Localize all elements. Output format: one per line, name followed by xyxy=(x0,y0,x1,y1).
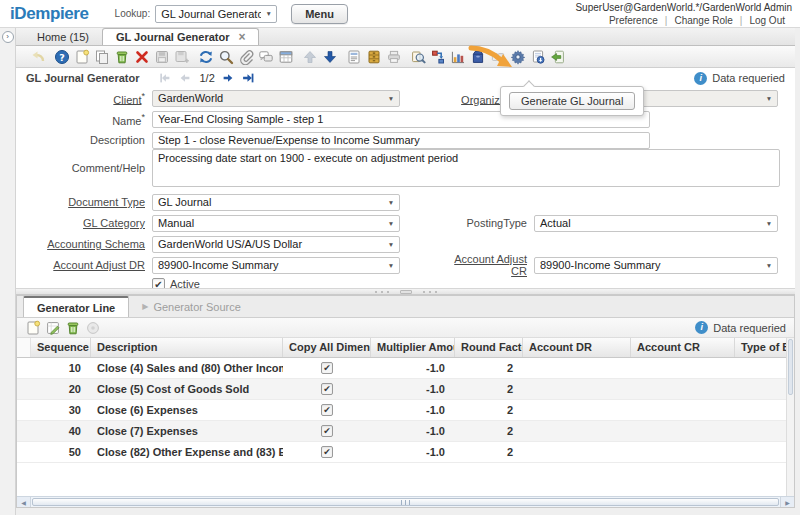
scroll-left-arrow[interactable]: ◀ xyxy=(17,497,31,507)
account-adjust-dr-select[interactable]: 89900-Income Summary ▼ xyxy=(152,257,400,274)
print-button xyxy=(384,47,403,66)
table-row[interactable]: 40Close (7) Expenses✔-1.02 xyxy=(17,421,786,442)
next-record-button[interactable] xyxy=(219,70,237,86)
account-adjust-cr-label-link[interactable]: Account Adjust CR xyxy=(454,253,527,277)
cell-copy_all_dimensions: ✔ xyxy=(283,446,371,458)
delete-selection-button[interactable] xyxy=(132,47,151,66)
last-record-button[interactable] xyxy=(239,70,257,86)
chevron-down-icon[interactable]: ▼ xyxy=(383,258,399,273)
copy-all-dimensions-checkbox[interactable]: ✔ xyxy=(321,425,333,437)
workflow-button[interactable] xyxy=(428,47,447,66)
copy-all-dimensions-checkbox[interactable]: ✔ xyxy=(321,446,333,458)
find-button[interactable] xyxy=(216,47,235,66)
chevron-down-icon[interactable]: ▼ xyxy=(761,258,777,273)
accounting-schema-label-link[interactable]: Accounting Schema xyxy=(47,238,145,250)
log-out-link[interactable]: Log Out xyxy=(742,15,792,26)
delete-record-button[interactable] xyxy=(112,47,131,66)
column-header-round_factor[interactable]: Round Factor xyxy=(455,338,523,357)
chart-button[interactable] xyxy=(448,47,467,66)
accounting-schema-label: Accounting Schema xyxy=(40,238,152,250)
cell-multiplier_amount: -1.0 xyxy=(371,404,455,416)
table-row[interactable]: 30Close (6) Expenses✔-1.02 xyxy=(17,400,786,421)
client-row: Client* GardenWorld ▼ xyxy=(40,89,400,107)
client-label-link[interactable]: Client xyxy=(113,93,141,105)
chevron-down-icon[interactable]: ▼ xyxy=(383,237,399,252)
cell-copy_all_dimensions: ✔ xyxy=(283,362,371,374)
vertical-scrollbar-thumb[interactable] xyxy=(788,339,793,395)
preference-link[interactable]: Preference xyxy=(602,15,665,26)
chevron-down-icon[interactable]: ▼ xyxy=(383,216,399,231)
delete-line-button[interactable] xyxy=(63,318,82,337)
description-label-text: Description xyxy=(90,134,145,146)
table-row[interactable]: 50Close (82) Other Expense and (83) Expe… xyxy=(17,442,786,463)
close-icon[interactable]: × xyxy=(238,32,245,42)
toggle-grid-button[interactable] xyxy=(276,47,295,66)
vertical-scrollbar[interactable] xyxy=(786,338,794,496)
cell-multiplier_amount: -1.0 xyxy=(371,362,455,374)
report-button[interactable] xyxy=(344,47,363,66)
splitter-grip[interactable] xyxy=(400,290,412,294)
copy-all-dimensions-checkbox[interactable]: ✔ xyxy=(321,362,333,374)
copy-icon xyxy=(94,49,110,65)
lookup-combobox[interactable]: GL Journal Generator ▼ xyxy=(155,5,277,23)
column-header-sequence[interactable]: Sequence xyxy=(31,338,91,357)
gl-category-label-link[interactable]: GL Category xyxy=(83,217,145,229)
edit-line-button[interactable] xyxy=(43,318,62,337)
window-title: GL Journal Generator xyxy=(26,72,140,84)
cell-description: Close (4) Sales and (80) Other Income xyxy=(91,362,283,374)
column-header-multiplier_amount[interactable]: Multiplier Amount xyxy=(371,338,455,357)
copy-record-button[interactable] xyxy=(92,47,111,66)
account-adjust-dr-label-link[interactable]: Account Adjust DR xyxy=(53,259,145,271)
scroll-right-arrow[interactable]: ▶ xyxy=(780,497,794,507)
comment-textarea[interactable]: Processing date start on 1900 - execute … xyxy=(152,149,780,187)
save-create-icon xyxy=(174,49,190,65)
zoom-across-button[interactable] xyxy=(408,47,427,66)
new-record-button[interactable] xyxy=(72,47,91,66)
export-button[interactable] xyxy=(528,47,547,66)
column-header-copy_all_dimensions[interactable]: Copy All Dimensions xyxy=(283,338,371,357)
document-type-select[interactable]: GL Journal ▼ xyxy=(152,194,400,211)
table-row[interactable]: 10Close (4) Sales and (80) Other Income✔… xyxy=(17,358,786,379)
column-header-account_dr[interactable]: Account DR xyxy=(523,338,631,357)
copy-all-dimensions-checkbox[interactable]: ✔ xyxy=(321,404,333,416)
menu-button[interactable]: Menu xyxy=(291,4,348,24)
tab-gl-journal-generator[interactable]: GL Journal Generator × xyxy=(102,28,260,45)
horizontal-scrollbar[interactable]: ◀ ▶ xyxy=(17,496,794,507)
chevron-down-icon[interactable]: ▼ xyxy=(261,6,276,22)
detail-record-button[interactable] xyxy=(320,47,339,66)
tab-generator-line[interactable]: Generator Line xyxy=(23,296,129,317)
description-input[interactable]: Step 1 - close Revenue/Expense to Income… xyxy=(152,132,650,149)
document-type-value: GL Journal xyxy=(158,196,211,208)
splitter-handle[interactable] xyxy=(16,288,795,295)
grid-corner xyxy=(17,338,31,357)
change-role-link[interactable]: Change Role xyxy=(667,15,739,26)
chevron-down-icon[interactable]: ▼ xyxy=(383,195,399,210)
document-type-row: Document Type GL Journal ▼ xyxy=(40,193,400,211)
undo-icon xyxy=(30,49,46,65)
new-line-button[interactable] xyxy=(23,318,42,337)
archive-button[interactable] xyxy=(364,47,383,66)
copy-all-dimensions-checkbox[interactable]: ✔ xyxy=(321,383,333,395)
account-adjust-dr-row: Account Adjust DR 89900-Income Summary ▼ xyxy=(40,256,400,274)
tab-generator-source[interactable]: ▶ Generator Source xyxy=(129,296,254,317)
attachment-button[interactable] xyxy=(236,47,255,66)
column-header-account_cr[interactable]: Account CR xyxy=(631,338,735,357)
account-adjust-cr-select[interactable]: 89900-Income Summary ▼ xyxy=(534,257,778,274)
chat-button[interactable] xyxy=(256,47,275,66)
help-button[interactable]: ? xyxy=(52,47,71,66)
gl-category-select[interactable]: Manual ▼ xyxy=(152,215,400,232)
posting-type-select[interactable]: Actual ▼ xyxy=(534,215,778,232)
main-panel: Home (15) GL Journal Generator × ? Gener… xyxy=(16,28,795,508)
cell-sequence: 10 xyxy=(31,362,91,374)
chevron-down-icon[interactable]: ▼ xyxy=(761,216,777,231)
file-import-button[interactable] xyxy=(548,47,567,66)
table-row[interactable]: 20Close (5) Cost of Goods Sold✔-1.02 xyxy=(17,379,786,400)
expand-panel-button[interactable]: › xyxy=(2,31,14,43)
document-type-label-link[interactable]: Document Type xyxy=(68,196,145,208)
horizontal-scrollbar-thumb[interactable] xyxy=(32,498,779,506)
accounting-schema-select[interactable]: GardenWorld US/A/US Dollar ▼ xyxy=(152,236,400,253)
tab-home[interactable]: Home (15) xyxy=(24,28,102,45)
parent-record-button xyxy=(300,47,319,66)
column-header-description[interactable]: Description xyxy=(91,338,283,357)
requery-button[interactable] xyxy=(196,47,215,66)
